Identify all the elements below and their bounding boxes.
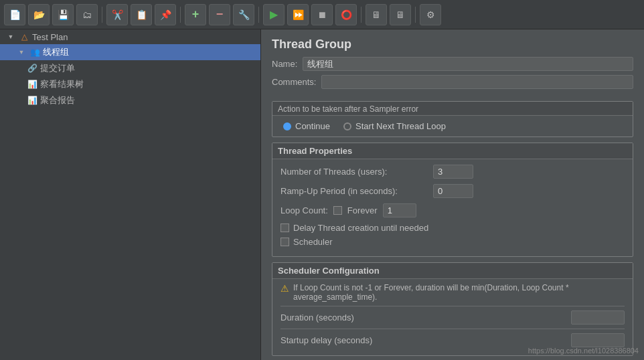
thread-properties-title: Thread Properties <box>272 143 633 159</box>
duration-input[interactable] <box>571 310 625 325</box>
name-label: Name: <box>272 59 297 69</box>
duration-row: Duration (seconds) <box>280 306 625 325</box>
tree-item-aggregate-report[interactable]: 📊 聚合报告 <box>0 92 260 108</box>
comments-label: Comments: <box>272 77 316 87</box>
stop-button[interactable]: ⏹ <box>311 4 333 25</box>
radio-start-next-circle <box>343 122 351 130</box>
forever-checkbox[interactable] <box>333 206 342 215</box>
scheduler-label: Scheduler <box>293 237 333 247</box>
radio-continue[interactable]: Continue <box>283 121 330 131</box>
comments-input[interactable] <box>321 75 633 89</box>
remote-start-button[interactable]: 🖥 <box>366 4 387 25</box>
radio-continue-circle <box>283 122 291 130</box>
save-all-button[interactable]: 🗂 <box>76 4 98 25</box>
num-threads-input[interactable] <box>433 165 473 179</box>
radio-start-next-label: Start Next Thread Loop <box>355 121 446 131</box>
aggregate-report-icon: 📊 <box>27 95 37 106</box>
num-threads-row: Number of Threads (users): <box>280 165 625 179</box>
loop-count-input[interactable] <box>383 203 416 217</box>
test-plan-icon: △ <box>19 31 29 42</box>
new-button[interactable]: 📄 <box>4 4 25 25</box>
toolbar-sep-2 <box>180 7 181 23</box>
right-panel: Thread Group Name: Comments: Action to b… <box>261 29 644 360</box>
tree-item-test-plan[interactable]: ▼ △ Test Plan <box>0 29 260 44</box>
tree-item-label: 察看结果树 <box>40 78 84 90</box>
scheduler-warning-text: If Loop Count is not -1 or Forever, dura… <box>293 283 625 302</box>
error-action-box: Action to be taken after a Sampler error… <box>272 101 633 137</box>
expand-arrow-icon: ▼ <box>5 31 16 42</box>
startup-delay-label: Startup delay (seconds) <box>280 335 566 345</box>
delay-thread-checkbox[interactable] <box>280 223 289 232</box>
name-row: Name: <box>272 57 633 71</box>
paste-button[interactable]: 📌 <box>155 4 176 25</box>
loop-count-row: Loop Count: Forever <box>280 203 625 217</box>
toolbar-sep-4 <box>361 7 361 23</box>
tree-item-label: 线程组 <box>43 46 69 58</box>
copy-button[interactable]: 📋 <box>131 4 152 25</box>
scheduler-config-title: Scheduler Configuration <box>272 263 633 279</box>
tree-item-label: Test Plan <box>32 32 68 42</box>
scheduler-checkbox[interactable] <box>280 238 289 246</box>
shutdown-button[interactable]: ⭕ <box>335 4 357 25</box>
error-action-legend: Action to be taken after a Sampler error <box>272 102 633 116</box>
delay-thread-label: Delay Thread creation until needed <box>293 223 428 233</box>
main-layout: ▼ △ Test Plan ▼ 👥 线程组 🔗 提交订单 📊 察看结果树 📊 聚… <box>0 29 644 360</box>
name-input[interactable] <box>303 57 633 71</box>
radio-start-next-thread-loop[interactable]: Start Next Thread Loop <box>343 121 446 131</box>
scheduler-warning-row: ⚠ If Loop Count is not -1 or Forever, du… <box>280 283 625 302</box>
clear-button[interactable]: 🔧 <box>233 4 254 25</box>
ramp-up-input[interactable] <box>433 184 473 198</box>
tree-item-label: 聚合报告 <box>40 94 75 106</box>
thread-properties-content: Number of Threads (users): Ramp-Up Perio… <box>272 159 633 256</box>
startup-delay-input[interactable] <box>571 333 625 347</box>
tree-item-result-tree[interactable]: 📊 察看结果树 <box>0 76 260 92</box>
left-panel: ▼ △ Test Plan ▼ 👥 线程组 🔗 提交订单 📊 察看结果树 📊 聚… <box>0 29 261 360</box>
tree-item-thread-group[interactable]: ▼ 👥 线程组 <box>0 44 260 60</box>
toolbar-sep-3 <box>258 7 259 23</box>
forever-label: Forever <box>347 205 378 215</box>
add-button[interactable]: + <box>185 4 206 25</box>
error-action-content: Continue Start Next Thread Loop <box>272 116 633 137</box>
panel-title: Thread Group <box>261 29 644 57</box>
save-button[interactable]: 💾 <box>52 4 74 25</box>
startup-delay-row: Startup delay (seconds) <box>280 329 625 347</box>
loop-count-label: Loop Count: <box>280 205 328 215</box>
warning-icon: ⚠ <box>280 283 289 294</box>
start-no-pauses-button[interactable]: ⏩ <box>287 4 309 25</box>
ramp-up-label: Ramp-Up Period (in seconds): <box>280 186 428 196</box>
open-button[interactable]: 📂 <box>28 4 50 25</box>
scheduler-config-content: ⚠ If Loop Count is not -1 or Forever, du… <box>272 279 633 355</box>
toolbar-sep-1 <box>102 7 102 23</box>
thread-group-icon: 👥 <box>29 47 40 58</box>
delay-thread-row: Delay Thread creation until needed <box>280 223 625 233</box>
tree-item-submit-order[interactable]: 🔗 提交订单 <box>0 60 260 76</box>
toolbar: 📄 📂 💾 🗂 ✂️ 📋 📌 + − 🔧 ▶ ⏩ ⏹ ⭕ 🖥 🖥 ⚙ <box>0 0 644 29</box>
cut-button[interactable]: ✂️ <box>106 4 128 25</box>
duration-label: Duration (seconds) <box>280 312 566 323</box>
settings-button[interactable]: ⚙ <box>420 4 441 25</box>
thread-properties-box: Thread Properties Number of Threads (use… <box>272 143 633 257</box>
radio-continue-label: Continue <box>295 121 330 131</box>
ramp-up-row: Ramp-Up Period (in seconds): <box>280 184 625 198</box>
remove-button[interactable]: − <box>209 4 230 25</box>
comments-row: Comments: <box>272 75 633 89</box>
tree-item-label: 提交订单 <box>40 62 75 74</box>
submit-order-icon: 🔗 <box>27 63 37 74</box>
name-section: Name: Comments: <box>261 57 644 98</box>
toolbar-sep-5 <box>415 7 416 23</box>
expand-arrow-icon-2: ▼ <box>16 47 27 58</box>
num-threads-label: Number of Threads (users): <box>280 167 428 177</box>
result-tree-icon: 📊 <box>27 79 37 90</box>
scheduler-row: Scheduler <box>280 237 625 247</box>
start-button[interactable]: ▶ <box>263 4 285 25</box>
scheduler-config-box: Scheduler Configuration ⚠ If Loop Count … <box>272 262 633 356</box>
remote-stop-button[interactable]: 🖥 <box>390 4 411 25</box>
